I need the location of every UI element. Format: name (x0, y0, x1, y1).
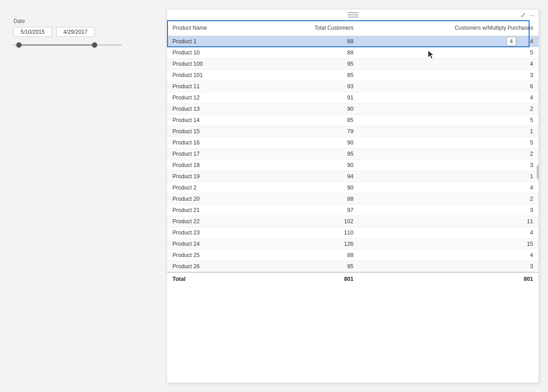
cell-total-customers: 97 (258, 205, 359, 216)
cell-total-customers: 90 (258, 104, 359, 115)
col-product-name: Product Name (167, 20, 258, 36)
date-filter-panel: Date 5/10/2015 4/29/2017 (14, 18, 149, 50)
table-row[interactable]: Product 16905 (167, 137, 539, 149)
cell-customers-multiply: 4 (359, 182, 539, 194)
cell-total-customers: 95 (258, 149, 359, 160)
table-row[interactable]: Product 21973 (167, 205, 539, 216)
tooltip-badge: 4 (507, 37, 516, 46)
table-row[interactable]: Product 20882 (167, 194, 539, 205)
cell-customers-multiply: 5 (359, 115, 539, 126)
cell-total-customers: 90 (258, 182, 359, 194)
table-row[interactable]: Product 12914 (167, 92, 539, 104)
table-row[interactable]: Product 17952 (167, 149, 539, 160)
table-header-row: Product Name Total Customers Customers w… (167, 20, 539, 36)
cell-product-name: Product 101 (167, 70, 258, 81)
drag-handle[interactable] (348, 12, 358, 18)
drag-line-1 (348, 12, 358, 13)
cell-total-customers: 94 (258, 171, 359, 182)
cell-product-name: Product 18 (167, 160, 258, 171)
table-row[interactable]: Product 101853 (167, 70, 539, 81)
cell-total-customers: 110 (258, 227, 359, 239)
cell-customers-multiply: 6 (359, 81, 539, 92)
total-multiply-value: 801 (359, 272, 539, 285)
table-body: Product 18944Product 10885Product 100954… (167, 36, 539, 273)
table-row[interactable]: Product 2210211 (167, 216, 539, 227)
slider-handle-right[interactable] (92, 42, 97, 48)
panel-controls: ⤢ ··· (521, 11, 535, 18)
cell-product-name: Product 23 (167, 227, 258, 239)
date-inputs: 5/10/2015 4/29/2017 (14, 27, 149, 37)
cell-product-name: Product 13 (167, 104, 258, 115)
start-date-input[interactable]: 5/10/2015 (14, 27, 52, 37)
cell-customers-multiply: 5 (359, 137, 539, 149)
page-container: Date 5/10/2015 4/29/2017 ⤢ ··· (0, 0, 548, 392)
cell-product-name: Product 19 (167, 171, 258, 182)
cell-customers-multiply: 3 (359, 205, 539, 216)
cell-customers-multiply: 11 (359, 216, 539, 227)
cell-customers-multiply: 4 (359, 227, 539, 239)
cell-customers-multiply: 3 (359, 70, 539, 81)
cell-total-customers: 88 (258, 194, 359, 205)
cell-total-customers: 90 (258, 160, 359, 171)
resize-handle-right[interactable] (537, 165, 539, 179)
cell-total-customers: 93 (258, 81, 359, 92)
table-row[interactable]: Product 26953 (167, 261, 539, 273)
table-row[interactable]: Product 231104 (167, 227, 539, 239)
cell-total-customers: 88 (258, 47, 359, 59)
cell-customers-multiply: 4 (359, 59, 539, 70)
table-row[interactable]: Product 2412615 (167, 239, 539, 250)
cell-product-name: Product 11 (167, 81, 258, 92)
drag-line-2 (348, 14, 358, 15)
cell-total-customers: 88 (258, 250, 359, 261)
table-row[interactable]: Product 19941 (167, 171, 539, 182)
cell-customers-multiply: 2 (359, 104, 539, 115)
table-row[interactable]: Product 14855 (167, 115, 539, 126)
table-wrapper[interactable]: Product Name Total Customers Customers w… (167, 20, 539, 383)
table-row[interactable]: Product 15791 (167, 126, 539, 137)
drag-line-3 (348, 17, 358, 18)
end-date-input[interactable]: 4/29/2017 (56, 27, 95, 37)
more-options-icon[interactable]: ··· (530, 11, 535, 18)
cell-total-customers: 89 (258, 36, 359, 47)
cell-customers-multiply: 4 (359, 92, 539, 104)
cell-product-name: Product 16 (167, 137, 258, 149)
date-range-slider[interactable] (14, 41, 122, 50)
total-customers-value: 801 (258, 272, 359, 285)
cell-total-customers: 126 (258, 239, 359, 250)
cell-total-customers: 91 (258, 92, 359, 104)
cell-product-name: Product 22 (167, 216, 258, 227)
slider-range (19, 45, 95, 45)
cell-customers-multiply: 3 (359, 261, 539, 273)
col-customers-multiply: Customers w/Multiply Purchases (359, 20, 539, 36)
table-row[interactable]: Product 18944 (167, 36, 539, 47)
table-row[interactable]: Product 100954 (167, 59, 539, 70)
table-row[interactable]: Product 13902 (167, 104, 539, 115)
cell-product-name: Product 21 (167, 205, 258, 216)
cell-product-name: Product 26 (167, 261, 258, 273)
table-row[interactable]: Product 2904 (167, 182, 539, 194)
cell-product-name: Product 24 (167, 239, 258, 250)
cell-product-name: Product 17 (167, 149, 258, 160)
cell-product-name: Product 14 (167, 115, 258, 126)
cell-total-customers: 102 (258, 216, 359, 227)
panel-header: ⤢ ··· (167, 9, 539, 20)
cell-customers-multiply: 15 (359, 239, 539, 250)
table-row[interactable]: Product 25884 (167, 250, 539, 261)
data-table: Product Name Total Customers Customers w… (167, 20, 539, 285)
total-label: Total (167, 272, 258, 285)
expand-icon[interactable]: ⤢ (521, 11, 526, 18)
cell-product-name: Product 15 (167, 126, 258, 137)
date-filter-label: Date (14, 18, 149, 24)
table-row[interactable]: Product 11936 (167, 81, 539, 92)
cell-total-customers: 90 (258, 137, 359, 149)
cell-product-name: Product 1 (167, 36, 258, 47)
cell-total-customers: 95 (258, 261, 359, 273)
cell-total-customers: 85 (258, 70, 359, 81)
table-row[interactable]: Product 18903 (167, 160, 539, 171)
cell-product-name: Product 10 (167, 47, 258, 59)
cell-product-name: Product 2 (167, 182, 258, 194)
cell-product-name: Product 12 (167, 92, 258, 104)
table-row[interactable]: Product 10885 (167, 47, 539, 59)
slider-handle-left[interactable] (16, 42, 22, 48)
cell-product-name: Product 100 (167, 59, 258, 70)
